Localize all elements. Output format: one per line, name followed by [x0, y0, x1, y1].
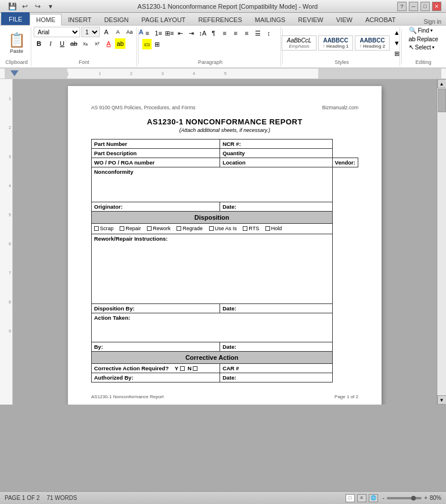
- multilevel-button[interactable]: ⊞≡: [164, 28, 175, 38]
- use-as-is-checkbox[interactable]: [209, 226, 214, 231]
- window-title: AS1230-1 Nonconformance Report [Compatib…: [58, 3, 397, 10]
- rework-checkbox[interactable]: [147, 226, 152, 231]
- redo-button[interactable]: ↪: [33, 1, 43, 12]
- ribbon-tabs[interactable]: FILE HOME INSERT DESIGN PAGE LAYOUT REFE…: [0, 13, 446, 26]
- undo-button[interactable]: ↩: [20, 1, 30, 12]
- status-right[interactable]: □ ≡ 🌐 - + 80%: [346, 494, 441, 502]
- paste-button[interactable]: 📋 Paste: [5, 30, 28, 56]
- borders-button[interactable]: ⊞: [152, 39, 163, 49]
- window-controls[interactable]: ? ─ □ ✕: [397, 2, 441, 11]
- vertical-scrollbar[interactable]: ▲ ▼: [437, 79, 446, 405]
- zoom-thumb[interactable]: [411, 496, 416, 501]
- scroll-up-button[interactable]: ▲: [437, 79, 447, 88]
- strikethrough-button[interactable]: ab: [69, 38, 79, 49]
- read-mode-button[interactable]: ≡: [357, 494, 366, 502]
- tab-page-layout[interactable]: PAGE LAYOUT: [135, 13, 192, 25]
- repair-checkbox[interactable]: [120, 226, 124, 231]
- tab-home[interactable]: HOME: [30, 14, 62, 26]
- scroll-thumb[interactable]: [438, 89, 446, 112]
- table-row: Nonconformity: [92, 167, 358, 202]
- tab-mailings[interactable]: MAILINGS: [249, 13, 292, 25]
- underline-button[interactable]: U: [57, 38, 67, 49]
- action-taken-label: Action Taken:: [92, 313, 333, 342]
- help-button[interactable]: ?: [397, 2, 407, 11]
- scroll-track[interactable]: [437, 88, 447, 395]
- shading-button[interactable]: ▭: [142, 39, 152, 49]
- quick-access-toolbar[interactable]: 💾 ↩ ↪ ▾: [5, 1, 58, 12]
- zoom-slider[interactable]: [387, 497, 422, 499]
- paragraph-controls[interactable]: ≡ 1≡ ⊞≡ ⇤ ⇥ ↕A ¶ ≡ ≡ ≡ ☰ ↕ ▭ ⊞: [142, 27, 278, 59]
- hold-checkbox[interactable]: [265, 226, 270, 231]
- authorized-by-label: Authorized By:: [92, 373, 220, 383]
- find-button[interactable]: 🔍 Find ▾: [409, 27, 433, 34]
- sign-in-link[interactable]: Sign in: [423, 19, 441, 25]
- close-button[interactable]: ✕: [432, 2, 441, 11]
- checkbox-hold: Hold: [265, 226, 282, 231]
- align-left-button[interactable]: ≡: [220, 28, 230, 38]
- change-case-button[interactable]: Aa: [124, 27, 135, 37]
- align-right-button[interactable]: ≡: [242, 28, 252, 38]
- clipboard-controls[interactable]: 📋 Paste: [5, 27, 28, 59]
- tab-references[interactable]: REFERENCES: [192, 13, 249, 25]
- subscript-button[interactable]: X₂: [80, 38, 91, 49]
- style-heading1[interactable]: AABBCC ↑ Heading 1: [318, 35, 353, 51]
- tab-design[interactable]: DESIGN: [98, 13, 135, 25]
- font-controls[interactable]: Arial 12 A A Aa A B I U ab X₂ X²: [34, 27, 134, 59]
- style-emphasis[interactable]: AaBbCcL Emphasis: [282, 35, 316, 51]
- select-button[interactable]: ↖ Select ▾: [409, 44, 435, 51]
- tab-acrobat[interactable]: ACROBAT: [359, 13, 402, 25]
- scrap-checkbox[interactable]: [94, 226, 99, 231]
- minimize-button[interactable]: ─: [409, 2, 418, 11]
- superscript-button[interactable]: X²: [92, 38, 102, 49]
- editing-controls[interactable]: 🔍 Find ▾ ab Replace ↖ Select ▾: [409, 27, 438, 59]
- styles-scroll-up[interactable]: ▲: [391, 27, 402, 38]
- style-heading2[interactable]: AABBCC ↑ Heading 2: [355, 35, 390, 51]
- print-layout-button[interactable]: □: [346, 494, 355, 502]
- italic-button[interactable]: I: [45, 38, 56, 49]
- vendor-label: Vendor:: [332, 158, 358, 167]
- tab-insert[interactable]: INSERT: [62, 13, 98, 25]
- no-checkbox[interactable]: [193, 366, 197, 371]
- rts-checkbox[interactable]: [243, 226, 247, 231]
- status-left: PAGE 1 OF 2 71 WORDS: [5, 495, 77, 501]
- zoom-out-button[interactable]: -: [383, 495, 384, 501]
- zoom-in-button[interactable]: +: [424, 495, 427, 501]
- show-marks-button[interactable]: ¶: [208, 28, 219, 38]
- line-spacing-button[interactable]: ↕: [264, 28, 274, 38]
- customize-qat-button[interactable]: ▾: [45, 1, 56, 12]
- highlight-button[interactable]: ab: [115, 38, 125, 49]
- view-buttons[interactable]: □ ≡ 🌐: [346, 494, 378, 502]
- align-center-button[interactable]: ≡: [231, 28, 241, 38]
- page-info: PAGE 1 OF 2: [5, 495, 39, 501]
- replace-button[interactable]: ab Replace: [409, 35, 438, 42]
- increase-indent-button[interactable]: ⇥: [186, 28, 197, 38]
- decrease-indent-button[interactable]: ⇤: [175, 28, 186, 38]
- web-layout-button[interactable]: 🌐: [369, 494, 378, 502]
- tab-review[interactable]: REVIEW: [292, 13, 329, 25]
- paragraph-group: ≡ 1≡ ⊞≡ ⇤ ⇥ ↕A ¶ ≡ ≡ ≡ ☰ ↕ ▭ ⊞ Paragraph: [140, 27, 281, 66]
- indent-marker[interactable]: [10, 70, 19, 76]
- tab-view[interactable]: VIEW: [330, 13, 359, 25]
- justify-button[interactable]: ☰: [253, 28, 263, 38]
- maximize-button[interactable]: □: [420, 2, 430, 11]
- bullets-button[interactable]: ≡: [142, 28, 153, 38]
- regrade-checkbox[interactable]: [177, 226, 181, 231]
- numbering-button[interactable]: 1≡: [153, 28, 164, 38]
- tab-file[interactable]: FILE: [1, 12, 30, 25]
- sort-button[interactable]: ↕A: [197, 28, 208, 38]
- styles-scroll-down[interactable]: ▼: [391, 38, 402, 48]
- zoom-controls[interactable]: - + 80%: [383, 495, 441, 501]
- checkbox-regrade: Regrade: [177, 226, 203, 231]
- document-area[interactable]: AS 9100 QMS Policies, Procedures, and Fo…: [13, 79, 437, 405]
- text-color-button[interactable]: A: [103, 38, 114, 49]
- bold-button[interactable]: B: [34, 38, 44, 49]
- styles-controls[interactable]: AaBbCcL Emphasis AABBCC ↑ Heading 1 AABB…: [282, 27, 402, 59]
- scroll-down-button[interactable]: ▼: [437, 395, 447, 405]
- font-family-select[interactable]: Arial: [34, 27, 80, 37]
- font-grow-button[interactable]: A: [101, 27, 112, 37]
- font-shrink-button[interactable]: A: [113, 27, 123, 37]
- styles-expand[interactable]: ⊞: [391, 48, 402, 59]
- save-button[interactable]: 💾: [7, 1, 17, 12]
- font-size-select[interactable]: 12: [81, 27, 100, 37]
- yes-checkbox[interactable]: [180, 366, 185, 371]
